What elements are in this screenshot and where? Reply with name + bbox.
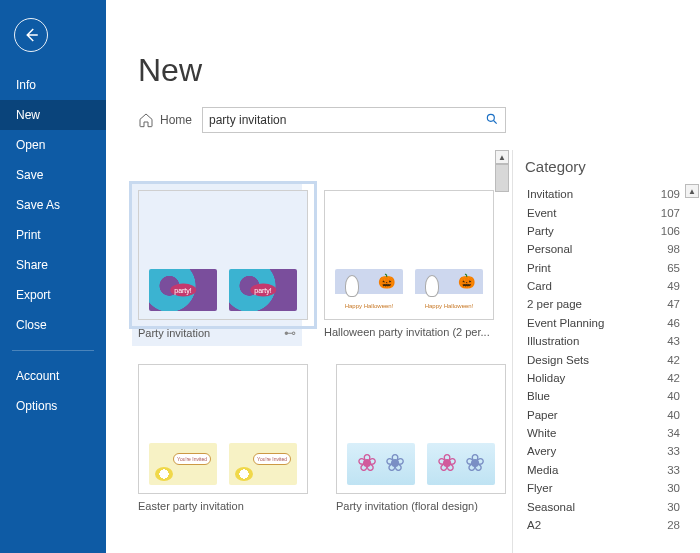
sidebar-item-save[interactable]: Save — [0, 160, 106, 190]
category-scrollbar[interactable]: ▲ — [684, 184, 700, 553]
category-count: 30 — [667, 482, 680, 494]
category-count: 109 — [661, 188, 680, 200]
category-name: Invitation — [527, 188, 573, 200]
category-row[interactable]: Holiday42 — [513, 369, 700, 387]
template-label: Easter party invitation — [138, 500, 244, 512]
category-row[interactable]: Design Sets42 — [513, 350, 700, 368]
category-count: 98 — [667, 243, 680, 255]
category-count: 40 — [667, 390, 680, 402]
page-title: New — [138, 52, 700, 89]
search-value: party invitation — [209, 113, 286, 127]
category-name: Personal — [527, 243, 572, 255]
category-count: 40 — [667, 409, 680, 421]
home-icon — [138, 112, 154, 128]
category-name: Avery — [527, 445, 556, 457]
category-row[interactable]: Blue40 — [513, 387, 700, 405]
category-count: 106 — [661, 225, 680, 237]
template-card[interactable]: Happy Halloween!Happy Halloween!Hallowee… — [324, 190, 494, 340]
category-name: Seasonal — [527, 501, 575, 513]
template-card[interactable]: Party invitation⊷ — [132, 184, 302, 346]
category-row[interactable]: A228 — [513, 516, 700, 534]
category-name: Media — [527, 464, 558, 476]
category-row[interactable]: Paper40 — [513, 406, 700, 424]
category-row[interactable]: Print65 — [513, 259, 700, 277]
category-name: Illustration — [527, 335, 579, 347]
sidebar-item-new[interactable]: New — [0, 100, 106, 130]
template-label: Party invitation — [138, 327, 210, 339]
scroll-up-icon[interactable]: ▲ — [685, 184, 699, 198]
category-row[interactable]: Personal98 — [513, 240, 700, 258]
home-label: Home — [160, 113, 192, 127]
category-name: Print — [527, 262, 551, 274]
category-name: Card — [527, 280, 552, 292]
sidebar-item-info[interactable]: Info — [0, 70, 106, 100]
search-input[interactable]: party invitation — [202, 107, 506, 133]
category-count: 107 — [661, 207, 680, 219]
backstage-sidebar: InfoNewOpenSaveSave AsPrintShareExportCl… — [0, 0, 106, 553]
pin-icon[interactable]: ⊷ — [284, 326, 296, 340]
category-count: 33 — [667, 445, 680, 457]
category-row[interactable]: 2 per page47 — [513, 295, 700, 313]
category-count: 43 — [667, 335, 680, 347]
sidebar-item-open[interactable]: Open — [0, 130, 106, 160]
category-row[interactable]: Card49 — [513, 277, 700, 295]
template-thumbnail — [336, 364, 506, 494]
category-row[interactable]: Avery33 — [513, 442, 700, 460]
category-name: 2 per page — [527, 298, 582, 310]
sidebar-item-save-as[interactable]: Save As — [0, 190, 106, 220]
category-row[interactable]: White34 — [513, 424, 700, 442]
category-row[interactable]: Party106 — [513, 222, 700, 240]
category-name: Holiday — [527, 372, 565, 384]
template-results: ▲ Party invitation⊷Happy Halloween!Happy… — [106, 150, 510, 553]
category-row[interactable]: Media33 — [513, 461, 700, 479]
back-button[interactable] — [14, 18, 48, 52]
category-count: 34 — [667, 427, 680, 439]
category-name: White — [527, 427, 556, 439]
category-count: 30 — [667, 501, 680, 513]
category-row[interactable]: Seasonal30 — [513, 497, 700, 515]
category-name: A2 — [527, 519, 541, 531]
category-count: 46 — [667, 317, 680, 329]
sidebar-item-account[interactable]: Account — [0, 361, 106, 391]
template-card[interactable]: Easter party invitation — [138, 364, 308, 512]
category-count: 42 — [667, 372, 680, 384]
template-thumbnail — [138, 190, 308, 320]
category-row[interactable]: Illustration43 — [513, 332, 700, 350]
category-count: 65 — [667, 262, 680, 274]
category-name: Design Sets — [527, 354, 589, 366]
results-scrollbar[interactable]: ▲ — [494, 150, 510, 192]
category-row[interactable]: Event107 — [513, 203, 700, 221]
category-row[interactable]: Flyer30 — [513, 479, 700, 497]
sidebar-item-export[interactable]: Export — [0, 280, 106, 310]
sidebar-item-close[interactable]: Close — [0, 310, 106, 340]
category-panel: Category Invitation109Event107Party106Pe… — [512, 150, 700, 553]
sidebar-item-options[interactable]: Options — [0, 391, 106, 421]
scroll-up-icon[interactable]: ▲ — [495, 150, 509, 164]
category-row[interactable]: Invitation109 — [513, 185, 700, 203]
template-label: Party invitation (floral design) — [336, 500, 478, 512]
search-icon[interactable] — [485, 112, 499, 129]
template-thumbnail: Happy Halloween!Happy Halloween! — [324, 190, 494, 320]
category-count: 42 — [667, 354, 680, 366]
category-name: Flyer — [527, 482, 553, 494]
home-breadcrumb[interactable]: Home — [138, 112, 192, 128]
category-name: Event Planning — [527, 317, 604, 329]
category-count: 28 — [667, 519, 680, 531]
category-name: Party — [527, 225, 554, 237]
category-count: 47 — [667, 298, 680, 310]
template-card[interactable]: Party invitation (floral design) — [336, 364, 506, 512]
template-label: Halloween party invitation (2 per... — [324, 326, 490, 338]
main-panel: New Home party invitation ▲ Party invita… — [106, 0, 700, 553]
sidebar-item-print[interactable]: Print — [0, 220, 106, 250]
category-count: 49 — [667, 280, 680, 292]
category-name: Event — [527, 207, 556, 219]
category-name: Paper — [527, 409, 558, 421]
scroll-thumb[interactable] — [495, 164, 509, 192]
sidebar-item-share[interactable]: Share — [0, 250, 106, 280]
category-count: 33 — [667, 464, 680, 476]
sidebar-separator — [12, 350, 94, 351]
template-thumbnail — [138, 364, 308, 494]
category-heading: Category — [513, 150, 700, 185]
svg-point-0 — [487, 114, 494, 121]
category-row[interactable]: Event Planning46 — [513, 314, 700, 332]
